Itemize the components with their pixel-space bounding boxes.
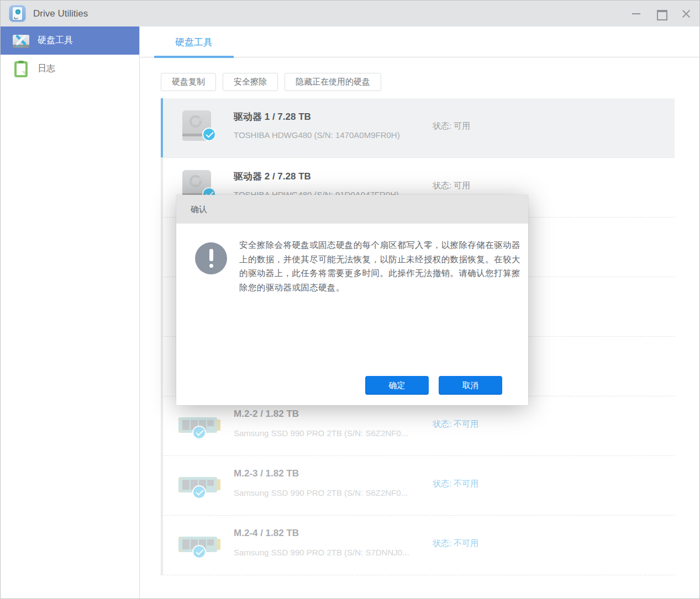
disk-copy-button[interactable]: 硬盘复制	[161, 73, 216, 91]
drive-status: 状态: 可用	[433, 121, 470, 131]
sidebar-item-label: 日志	[38, 63, 55, 75]
m2-ssd-icon	[178, 476, 220, 495]
minimize-icon[interactable]	[631, 8, 642, 19]
drive-row-m2-2[interactable]: M.2-2 / 1.82 TB Samsung SSD 990 PRO 2TB …	[161, 396, 675, 456]
check-badge-icon	[202, 128, 216, 141]
drive-utilities-window: Drive Utilities 硬盘工具 日志 硬盘工具	[0, 0, 700, 599]
log-clipboard-icon	[12, 60, 30, 78]
drive-row-1[interactable]: 驱动器 1 / 7.28 TB TOSHIBA HDWG480 (S/N: 14…	[161, 98, 675, 158]
tabbar: 硬盘工具	[140, 26, 700, 57]
drive-status: 状态: 可用	[433, 181, 470, 191]
status-value: 不可用	[454, 538, 478, 548]
status-value: 不可用	[454, 419, 478, 428]
check-badge-icon	[192, 426, 206, 439]
m2-ssd-icon	[178, 536, 220, 554]
secure-erase-button[interactable]: 安全擦除	[223, 73, 278, 91]
close-icon[interactable]	[681, 8, 692, 19]
ok-button[interactable]: 确定	[365, 376, 429, 395]
tab-drive-tools[interactable]: 硬盘工具	[154, 26, 234, 57]
status-value: 可用	[454, 181, 470, 190]
status-value: 不可用	[454, 479, 478, 488]
tab-label: 硬盘工具	[175, 36, 213, 49]
drive-name: M.2-2 / 1.82 TB	[234, 409, 299, 420]
drive-name: 驱动器 2 / 7.28 TB	[234, 170, 311, 183]
sidebar-item-logs[interactable]: 日志	[1, 55, 139, 83]
dialog-message: 安全擦除会将硬盘或固态硬盘的每个扇区都写入零，以擦除存储在驱动器上的数据，并使其…	[239, 238, 522, 294]
sidebar-item-drive-tools[interactable]: 硬盘工具	[1, 26, 139, 55]
drive-status: 状态: 不可用	[433, 419, 478, 430]
drive-row-m2-4[interactable]: M.2-4 / 1.82 TB Samsung SSD 990 PRO 2TB …	[161, 516, 675, 575]
window-controls	[631, 1, 692, 26]
hdd-icon	[181, 109, 213, 142]
drive-name: M.2-4 / 1.82 TB	[234, 528, 299, 539]
drive-detail: TOSHIBA HDWG480 (S/N: 1470A0M9FR0H)	[234, 130, 400, 140]
drive-detail: Samsung SSD 990 PRO 2TB (S/N: S6Z2NF0...	[234, 428, 408, 438]
maximize-icon[interactable]	[656, 8, 667, 19]
confirm-dialog: 确认 安全擦除会将硬盘或固态硬盘的每个扇区都写入零，以擦除存储在驱动器上的数据，…	[176, 195, 528, 405]
tab-active-underline	[154, 56, 234, 58]
drive-status: 状态: 不可用	[433, 538, 478, 549]
drive-detail: Samsung SSD 990 PRO 2TB (S/N: S7DNNJ0...	[234, 548, 409, 557]
drive-detail: Samsung SSD 990 PRO 2TB (S/N: S6Z2NF0...	[234, 488, 408, 497]
dialog-title: 确认	[176, 195, 528, 224]
toolbar: 硬盘复制 安全擦除 隐藏正在使用的硬盘	[161, 73, 700, 91]
window-title: Drive Utilities	[33, 8, 88, 19]
row-accent-bar	[161, 218, 163, 277]
drive-tools-icon	[12, 32, 30, 50]
drive-row-m2-3[interactable]: M.2-3 / 1.82 TB Samsung SSD 990 PRO 2TB …	[161, 456, 675, 516]
check-badge-icon	[192, 545, 206, 559]
row-accent-bar	[161, 337, 163, 396]
check-badge-icon	[192, 485, 206, 499]
sidebar-item-label: 硬盘工具	[38, 35, 73, 46]
hide-in-use-button[interactable]: 隐藏正在使用的硬盘	[285, 73, 381, 91]
drive-name: 驱动器 1 / 7.28 TB	[234, 110, 311, 123]
cancel-button[interactable]: 取消	[439, 376, 502, 395]
status-value: 可用	[454, 121, 470, 130]
m2-ssd-icon	[178, 416, 220, 435]
row-accent-bar	[161, 277, 163, 336]
drive-name: M.2-3 / 1.82 TB	[234, 468, 299, 479]
titlebar: Drive Utilities	[1, 1, 699, 26]
app-logo-icon	[9, 5, 26, 22]
sidebar: 硬盘工具 日志	[1, 26, 140, 599]
drive-status: 状态: 不可用	[433, 479, 478, 489]
exclamation-circle-icon	[195, 242, 227, 274]
